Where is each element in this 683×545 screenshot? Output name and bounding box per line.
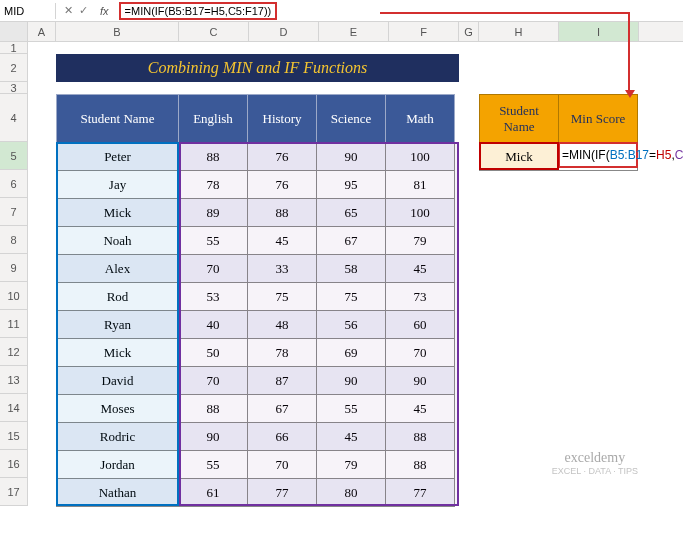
cell-score[interactable]: 40 (179, 311, 248, 339)
cell-score[interactable]: 76 (248, 171, 317, 199)
select-all-corner[interactable] (0, 22, 28, 41)
cell-score[interactable]: 66 (248, 423, 317, 451)
cell-score[interactable]: 33 (248, 255, 317, 283)
cell-name[interactable]: Rod (57, 283, 179, 311)
cell-score[interactable]: 55 (317, 395, 386, 423)
cell-score[interactable]: 87 (248, 367, 317, 395)
row-header-10[interactable]: 10 (0, 282, 28, 310)
lookup-value[interactable]: Mick (480, 143, 559, 171)
cell-score[interactable]: 55 (179, 227, 248, 255)
row-header-5[interactable]: 5 (0, 142, 28, 170)
cell-score[interactable]: 58 (317, 255, 386, 283)
cell-score[interactable]: 78 (179, 171, 248, 199)
row-header-4[interactable]: 4 (0, 94, 28, 142)
cell-score[interactable]: 60 (386, 311, 455, 339)
cell-score[interactable]: 70 (248, 451, 317, 479)
row-header-1[interactable]: 1 (0, 42, 28, 54)
col-header-E[interactable]: E (319, 22, 389, 41)
formula-input[interactable]: =MIN(IF(B5:B17=H5,C5:F17)) (113, 0, 683, 22)
table-row[interactable]: David70879090 (57, 367, 455, 395)
cell-score[interactable]: 45 (248, 227, 317, 255)
cell-score[interactable]: 67 (248, 395, 317, 423)
cell-score[interactable]: 77 (248, 479, 317, 507)
cell-name[interactable]: Mick (57, 339, 179, 367)
cell-score[interactable]: 88 (179, 143, 248, 171)
cell-score[interactable]: 79 (386, 227, 455, 255)
row-header-11[interactable]: 11 (0, 310, 28, 338)
cell-score[interactable]: 100 (386, 143, 455, 171)
table-row[interactable]: Rodric90664588 (57, 423, 455, 451)
cell-name[interactable]: Ryan (57, 311, 179, 339)
col-header-C[interactable]: C (179, 22, 249, 41)
cell-score[interactable]: 89 (179, 199, 248, 227)
cell-score[interactable]: 61 (179, 479, 248, 507)
row-header-2[interactable]: 2 (0, 54, 28, 82)
cell-name[interactable]: Jay (57, 171, 179, 199)
cell-score[interactable]: 73 (386, 283, 455, 311)
row-header-14[interactable]: 14 (0, 394, 28, 422)
cell-score[interactable]: 45 (386, 255, 455, 283)
col-header-D[interactable]: D (249, 22, 319, 41)
cell-score[interactable]: 95 (317, 171, 386, 199)
cell-score[interactable]: 78 (248, 339, 317, 367)
col-header-H[interactable]: H (479, 22, 559, 41)
row-header-3[interactable]: 3 (0, 82, 28, 94)
cell-score[interactable]: 90 (317, 143, 386, 171)
table-row[interactable]: Jay78769581 (57, 171, 455, 199)
cell-name[interactable]: Mick (57, 199, 179, 227)
col-header-B[interactable]: B (56, 22, 179, 41)
cell-name[interactable]: Jordan (57, 451, 179, 479)
cell-score[interactable]: 50 (179, 339, 248, 367)
cell-score[interactable]: 48 (248, 311, 317, 339)
cell-score[interactable]: 80 (317, 479, 386, 507)
row-header-17[interactable]: 17 (0, 478, 28, 506)
table-row[interactable]: Rod53757573 (57, 283, 455, 311)
cell-score[interactable]: 75 (248, 283, 317, 311)
row-header-7[interactable]: 7 (0, 198, 28, 226)
col-header-A[interactable]: A (28, 22, 56, 41)
table-row[interactable]: Mick50786970 (57, 339, 455, 367)
cell-score[interactable]: 45 (386, 395, 455, 423)
cell-score[interactable]: 75 (317, 283, 386, 311)
name-box[interactable]: MID (0, 3, 56, 19)
cell-name[interactable]: David (57, 367, 179, 395)
cell-score[interactable]: 70 (179, 367, 248, 395)
cell-score[interactable]: 90 (386, 367, 455, 395)
cell-score[interactable]: 90 (179, 423, 248, 451)
cell-score[interactable]: 88 (386, 423, 455, 451)
cell-score[interactable]: 76 (248, 143, 317, 171)
table-row[interactable]: Nathan61778077 (57, 479, 455, 507)
cells-area[interactable]: Combining MIN and IF Functions Student N… (28, 42, 683, 506)
table-row[interactable]: Noah55456779 (57, 227, 455, 255)
row-header-13[interactable]: 13 (0, 366, 28, 394)
table-row[interactable]: Peter887690100 (57, 143, 455, 171)
cell-score[interactable]: 70 (179, 255, 248, 283)
cell-score[interactable]: 81 (386, 171, 455, 199)
fx-icon[interactable]: fx (96, 5, 113, 17)
cell-score[interactable]: 79 (317, 451, 386, 479)
cell-score[interactable]: 90 (317, 367, 386, 395)
cell-score[interactable]: 100 (386, 199, 455, 227)
col-header-F[interactable]: F (389, 22, 459, 41)
table-row[interactable]: Mick898865100 (57, 199, 455, 227)
cell-score[interactable]: 53 (179, 283, 248, 311)
cell-score[interactable]: 65 (317, 199, 386, 227)
row-header-16[interactable]: 16 (0, 450, 28, 478)
cell-score[interactable]: 88 (248, 199, 317, 227)
cell-score[interactable]: 77 (386, 479, 455, 507)
cell-name[interactable]: Noah (57, 227, 179, 255)
cell-score[interactable]: 70 (386, 339, 455, 367)
row-header-15[interactable]: 15 (0, 422, 28, 450)
table-row[interactable]: Moses88675545 (57, 395, 455, 423)
cell-score[interactable]: 55 (179, 451, 248, 479)
table-row[interactable]: Jordan55707988 (57, 451, 455, 479)
row-header-9[interactable]: 9 (0, 254, 28, 282)
col-header-G[interactable]: G (459, 22, 479, 41)
cell-name[interactable]: Moses (57, 395, 179, 423)
cell-score[interactable]: 45 (317, 423, 386, 451)
confirm-icon[interactable]: ✓ (79, 4, 88, 17)
cell-score[interactable]: 56 (317, 311, 386, 339)
cell-name[interactable]: Peter (57, 143, 179, 171)
table-row[interactable]: Ryan40485660 (57, 311, 455, 339)
cell-name[interactable]: Nathan (57, 479, 179, 507)
